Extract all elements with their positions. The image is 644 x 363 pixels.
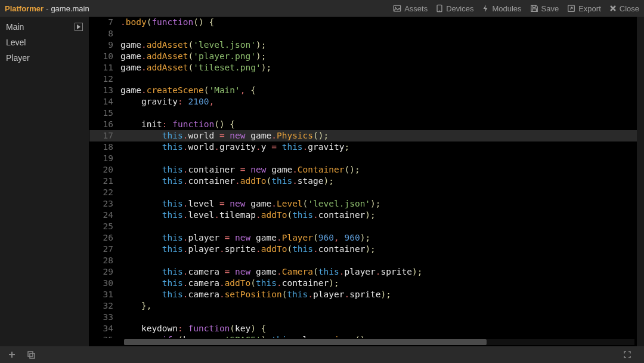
- code-line[interactable]: 23 this.level = new game.Level('level.js…: [89, 198, 644, 210]
- line-number: 17: [89, 130, 120, 141]
- code-line[interactable]: 14 gravity: 2100,: [89, 96, 644, 107]
- svg-rect-5: [532, 9, 536, 11]
- play-icon[interactable]: [75, 23, 83, 31]
- line-number: 35: [89, 334, 120, 338]
- code-line[interactable]: 26 this.player = new game.Player(960, 96…: [89, 232, 644, 244]
- line-number: 28: [89, 255, 120, 266]
- line-number: 7: [89, 17, 120, 28]
- line-number: 34: [89, 323, 120, 334]
- code-line[interactable]: 12: [89, 73, 644, 85]
- code-line[interactable]: 25: [89, 221, 644, 232]
- line-number: 23: [89, 198, 120, 210]
- code-line[interactable]: 30 this.camera.addTo(this.container);: [89, 278, 644, 289]
- copy-button[interactable]: [24, 349, 38, 361]
- code-content: keydown: function(key) {: [120, 323, 266, 334]
- code-content: this.world = new game.Physics();: [120, 130, 329, 141]
- code-content: game.addAsset('tileset.png');: [120, 62, 271, 73]
- code-line[interactable]: 16 init: function() {: [89, 119, 644, 130]
- line-number: 9: [89, 39, 120, 51]
- svg-point-3: [439, 10, 439, 11]
- line-number: 11: [89, 62, 120, 73]
- line-number: 16: [89, 119, 120, 130]
- line-number: 8: [89, 28, 120, 39]
- code-line[interactable]: 24 this.level.tilemap.addTo(this.contain…: [89, 210, 644, 221]
- image-icon: [393, 4, 401, 13]
- code-line[interactable]: 18 this.world.gravity.y = this.gravity;: [89, 141, 644, 153]
- code-line[interactable]: 29 this.camera = new game.Camera(this.pl…: [89, 266, 644, 278]
- line-number: 22: [89, 187, 120, 198]
- tablet-icon: [436, 4, 443, 13]
- line-number: 29: [89, 266, 120, 278]
- code-content: this.container.addTo(this.stage);: [120, 176, 334, 187]
- code-line[interactable]: 28: [89, 255, 644, 266]
- topbar: Platformer - game.main Assets Devices Mo…: [0, 0, 644, 17]
- line-number: 12: [89, 73, 120, 85]
- code-content: if (key === 'SPACE') this.player.jump();: [120, 334, 370, 338]
- bolt-icon: [482, 4, 489, 13]
- line-number: 14: [89, 96, 120, 107]
- bottombar: [0, 346, 644, 363]
- code-line[interactable]: 9game.addAsset('level.json');: [89, 39, 644, 51]
- code-line[interactable]: 35 if (key === 'SPACE') this.player.jump…: [89, 334, 644, 338]
- close-button[interactable]: Close: [609, 4, 639, 13]
- line-number: 21: [89, 176, 120, 187]
- svg-point-1: [395, 7, 397, 8]
- svg-rect-8: [30, 353, 35, 358]
- export-button[interactable]: Export: [567, 4, 601, 13]
- sidebar-item-player[interactable]: Player: [0, 50, 89, 66]
- code-line[interactable]: 31 this.camera.setPosition(this.player.s…: [89, 289, 644, 300]
- code-line[interactable]: 8: [89, 28, 644, 39]
- code-line[interactable]: 32 },: [89, 300, 644, 312]
- sidebar-item-main[interactable]: Main: [0, 19, 89, 35]
- code-line[interactable]: 7.body(function() {: [89, 17, 644, 28]
- code-line[interactable]: 19: [89, 153, 644, 164]
- code-line[interactable]: 34 keydown: function(key) {: [89, 323, 644, 334]
- modules-button[interactable]: Modules: [482, 4, 521, 13]
- vertical-scrollbar[interactable]: [637, 17, 644, 346]
- horizontal-scrollbar[interactable]: [124, 339, 634, 345]
- code-content: this.player = new game.Player(960, 960);: [120, 232, 370, 244]
- line-number: 15: [89, 107, 120, 119]
- code-editor[interactable]: 7.body(function() {89game.addAsset('leve…: [89, 17, 644, 346]
- close-icon: [609, 5, 617, 12]
- line-number: 33: [89, 312, 120, 323]
- code-line[interactable]: 22: [89, 187, 644, 198]
- code-content: this.player.sprite.addTo(this.container)…: [120, 244, 376, 255]
- code-line[interactable]: 17 this.world = new game.Physics();: [89, 130, 644, 141]
- svg-rect-7: [28, 352, 33, 356]
- assets-button[interactable]: Assets: [393, 4, 428, 13]
- sidebar-item-label: Player: [6, 53, 30, 63]
- line-number: 31: [89, 289, 120, 300]
- code-line[interactable]: 15: [89, 107, 644, 119]
- add-button[interactable]: [5, 349, 19, 361]
- code-line[interactable]: 27 this.player.sprite.addTo(this.contain…: [89, 244, 644, 255]
- code-content: this.container = new game.Container();: [120, 164, 360, 176]
- export-icon: [567, 4, 575, 13]
- code-line[interactable]: 21 this.container.addTo(this.stage);: [89, 176, 644, 187]
- line-number: 30: [89, 278, 120, 289]
- main-area: MainLevelPlayer 7.body(function() {89gam…: [0, 17, 644, 346]
- code-content: game.addAsset('player.png');: [120, 51, 266, 62]
- project-title: Platformer: [5, 4, 44, 13]
- code-line[interactable]: 11game.addAsset('tileset.png');: [89, 62, 644, 73]
- code-content: this.level.tilemap.addTo(this.container)…: [120, 210, 376, 221]
- line-number: 27: [89, 244, 120, 255]
- sidebar-item-level[interactable]: Level: [0, 35, 89, 50]
- code-content: this.level = new game.Level('level.json'…: [120, 198, 381, 210]
- svg-rect-4: [532, 5, 535, 8]
- plus-icon: [8, 350, 16, 359]
- code-line[interactable]: 13game.createScene('Main', {: [89, 85, 644, 96]
- save-button[interactable]: Save: [530, 4, 559, 13]
- code-content: this.camera.setPosition(this.player.spri…: [120, 289, 391, 300]
- fullscreen-button[interactable]: [620, 349, 634, 361]
- sidebar: MainLevelPlayer: [0, 17, 89, 346]
- devices-button[interactable]: Devices: [436, 4, 473, 13]
- code-line[interactable]: 33: [89, 312, 644, 323]
- scrollbar-thumb[interactable]: [124, 339, 487, 345]
- code-line[interactable]: 10game.addAsset('player.png');: [89, 51, 644, 62]
- line-number: 25: [89, 221, 120, 232]
- code-line[interactable]: 20 this.container = new game.Container()…: [89, 164, 644, 176]
- line-number: 20: [89, 164, 120, 176]
- line-number: 10: [89, 51, 120, 62]
- title-separator: -: [46, 4, 48, 13]
